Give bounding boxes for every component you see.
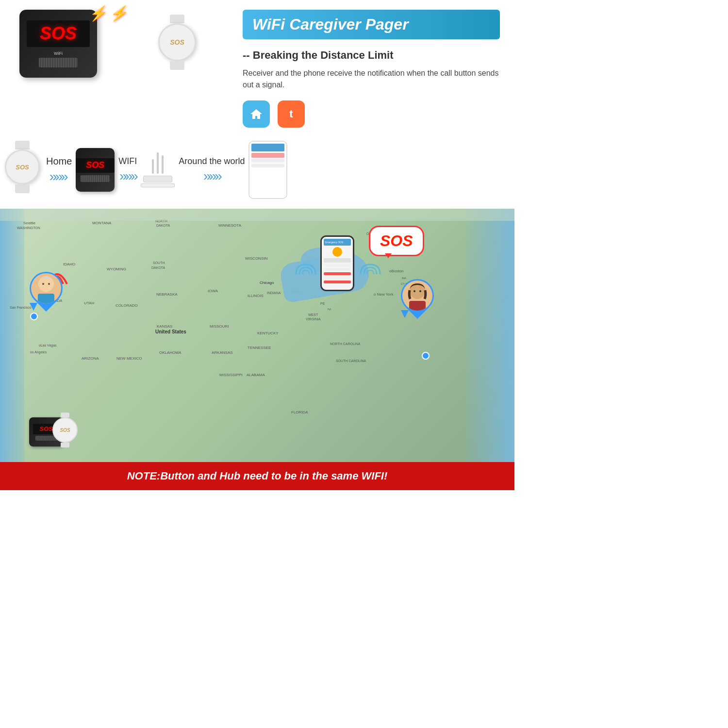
watch-sos-text-1: SOS: [170, 38, 184, 46]
map-phone-screen: Emergency SOS: [322, 237, 353, 290]
top-section: SOS WiFi ⚡ ⚡ SOS SOS: [0, 0, 514, 209]
note-text: NOTE:Button and Hub need to be in the sa…: [127, 470, 388, 482]
world-label: Around the world: [179, 156, 245, 166]
watch-small: SOS: [5, 141, 40, 199]
wifi-label-device: WiFi: [54, 51, 63, 56]
signal-rings-left: [289, 260, 323, 291]
antenna-2: [157, 152, 159, 174]
arrow-3: »»»: [203, 168, 220, 184]
speaker-grill-small: [81, 175, 110, 182]
blue-dot-sf: [30, 313, 38, 320]
map-watch-band-top: [61, 413, 69, 417]
app-icon-tuya[interactable]: t: [278, 100, 305, 128]
alert-icon: [332, 247, 342, 257]
tuya-letter: t: [289, 108, 293, 120]
map-watch-sos: SOS: [60, 428, 70, 433]
map-watch-body: SOS: [52, 417, 78, 443]
watch-band-bottom-1: [170, 61, 184, 70]
svg-point-9: [419, 290, 421, 292]
blue-dot-right: [422, 352, 430, 360]
elder-avatar: [31, 273, 61, 303]
pin-young-container: [400, 279, 434, 318]
pin-tail-elder: [30, 303, 37, 311]
home-label: Home: [46, 156, 72, 167]
bolt-1: ⚡: [88, 5, 109, 22]
map-phone-header: Emergency SOS: [324, 239, 351, 246]
product-title-bar: WiFi Caregiver Pager: [243, 10, 500, 39]
svg-point-3: [42, 283, 44, 285]
phone-hand: [248, 141, 287, 199]
product-title: WiFi Caregiver Pager: [252, 16, 409, 33]
signal-rings-right: [353, 260, 387, 291]
arrow-2: »»»: [119, 168, 136, 184]
pacific-ocean: [0, 209, 24, 490]
sos-text-small: SOS: [86, 160, 104, 170]
svg-point-1: [39, 280, 53, 292]
atlantic-ocean: [466, 209, 514, 490]
product-images-panel: SOS WiFi ⚡ ⚡ SOS SOS: [0, 0, 228, 209]
phone-item-1: [251, 153, 284, 158]
map-watch: SOS: [51, 413, 79, 449]
map-section: Seattle WASHINGTON MONTANA NORTH DAKOTA …: [0, 209, 514, 490]
svg-point-4: [48, 283, 50, 285]
product-subtitle: -- Breaking the Distance Limit: [243, 49, 500, 62]
map-phone-row-4: [324, 276, 351, 280]
speaker-grill-main: [39, 58, 78, 67]
antenna-3: [162, 155, 164, 174]
note-banner: NOTE:Button and Hub need to be in the sa…: [0, 462, 514, 490]
svg-rect-7: [409, 301, 426, 311]
router-icon: [141, 152, 175, 187]
canada-strip: [0, 209, 514, 221]
svg-point-8: [414, 290, 415, 292]
wifi-center-label: WIFI: [118, 156, 137, 166]
watch-band-top-1: [170, 15, 184, 23]
phone-hand-container: [248, 141, 287, 199]
phone-header-bar: [251, 144, 284, 151]
product-description: Receiver and the phone receive the notif…: [243, 67, 500, 91]
svg-rect-2: [38, 294, 54, 303]
connection-row: SOS Home »»» SOS WIFI »»»: [5, 141, 223, 199]
svg-point-6: [411, 287, 424, 299]
sos-receiver-main: SOS WiFi: [19, 10, 97, 78]
router-antennas: [152, 152, 164, 174]
map-phone: Emergency SOS: [320, 235, 354, 291]
pin-tail-young: [401, 310, 409, 318]
sos-device-small: SOS: [76, 148, 115, 192]
map-phone-action-2: [324, 281, 351, 283]
watch-body-1: SOS: [158, 23, 196, 61]
watch-sos-text-2: SOS: [16, 164, 29, 171]
map-phone-row-3: [324, 268, 351, 271]
watch-band-top-2: [15, 141, 30, 149]
router-base: [141, 183, 175, 187]
phone-screen: [249, 142, 286, 198]
sos-screen-main: SOS: [27, 20, 90, 47]
bolt-2: ⚡: [109, 5, 130, 22]
sos-bubble-text: SOS: [380, 232, 413, 250]
arrow-1: »»»: [50, 169, 66, 184]
pin-elder-container: [29, 272, 63, 311]
sos-speech-bubble: SOS: [369, 226, 424, 256]
phone-item-2: [251, 159, 284, 163]
antenna-1: [152, 159, 154, 174]
sos-text-main: SOS: [40, 23, 77, 44]
young-avatar: [402, 281, 432, 311]
watch-band-bottom-2: [15, 184, 30, 193]
watch-top-right: SOS: [155, 15, 199, 73]
map-watch-band-bottom: [61, 443, 69, 447]
app-icon-smartlife[interactable]: [243, 100, 270, 128]
map-phone-action-1: [324, 272, 351, 275]
router-body: [143, 176, 172, 182]
watch-body-2: SOS: [5, 149, 40, 184]
map-phone-row-2: [324, 264, 351, 267]
phone-item-3: [251, 164, 284, 167]
sos-screen-small: SOS: [76, 158, 115, 173]
map-phone-row-1: [324, 258, 351, 263]
app-icons-row: t: [243, 100, 500, 128]
lightning-bolts: ⚡ ⚡: [90, 5, 129, 22]
